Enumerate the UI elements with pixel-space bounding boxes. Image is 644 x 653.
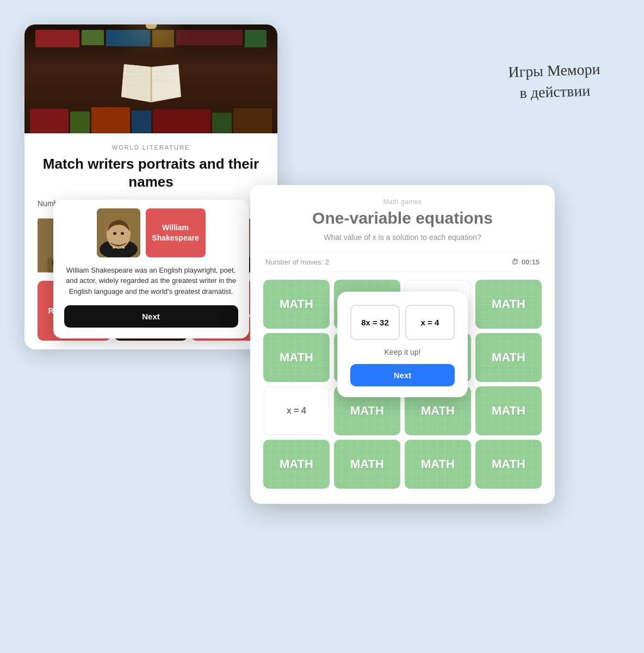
book-icon (116, 56, 187, 110)
math-popup-overlay: 8x = 32 x = 4 Keep it up! Next (250, 185, 555, 504)
popup-matched-cards: William Shakespeare (64, 208, 238, 257)
literature-card: WORLD LITERATURE Match writers portraits… (24, 24, 277, 349)
math-popup-eq1: 8x = 32 (350, 305, 400, 340)
literature-title: Match writers portraits and their names (38, 155, 264, 190)
popup-description: William Shakespeare was an English playw… (64, 265, 238, 297)
math-next-button[interactable]: Next (350, 364, 455, 386)
popup-shakespeare-portrait (97, 208, 140, 257)
literature-next-button[interactable]: Next (64, 305, 238, 328)
handwritten-label: Игры Мемори в действии (507, 58, 601, 104)
svg-point-21 (113, 232, 116, 235)
math-popup-keepitup: Keep it up! (350, 348, 455, 356)
handwritten-line2: в действии (509, 79, 601, 104)
popup-name-card: William Shakespeare (146, 208, 206, 257)
literature-category: WORLD LITERATURE (38, 144, 264, 151)
popup-name-text: William Shakespeare (146, 223, 206, 242)
handwritten-line1: Игры Мемори (507, 58, 600, 83)
math-popup-cards: 8x = 32 x = 4 (350, 305, 455, 340)
ceiling-light (146, 24, 157, 29)
math-card: Math games One-variable equations What v… (250, 185, 555, 504)
literature-hero-image (24, 24, 277, 133)
literature-popup: William Shakespeare William Shakespeare … (53, 200, 249, 339)
math-popup-eq2: x = 4 (405, 305, 455, 340)
math-popup: 8x = 32 x = 4 Keep it up! Next (337, 292, 468, 397)
popup-portrait (97, 208, 140, 257)
svg-point-22 (121, 232, 124, 235)
